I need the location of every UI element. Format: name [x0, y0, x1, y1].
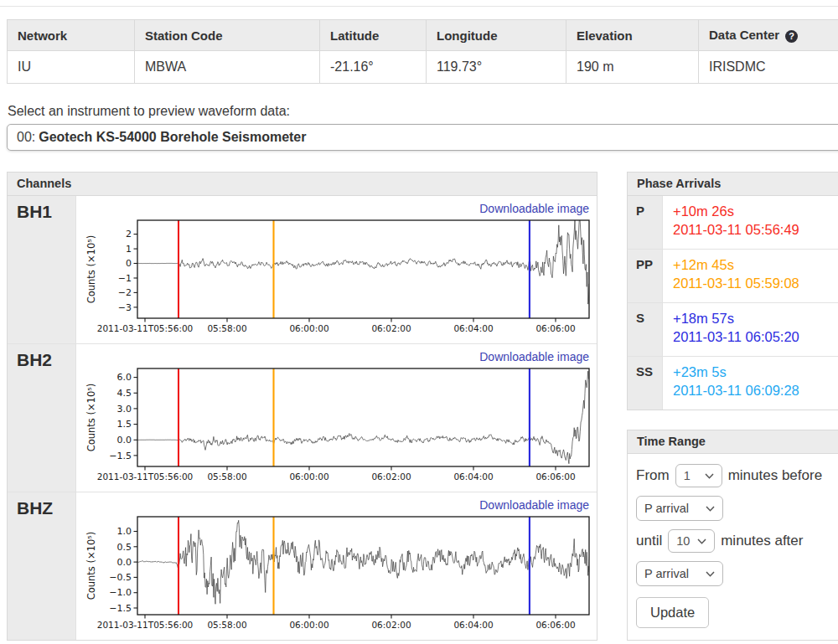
time-range-body: From 1 minutes before P arrival until 10… — [628, 454, 838, 640]
svg-text:06:00:00: 06:00:00 — [289, 471, 328, 482]
channel-row-BH1: BH1Downloadable image2011-03-11T05:56:00… — [8, 196, 597, 344]
phase-times: +10m 26s 2011-03-11 05:56:49 — [663, 196, 808, 249]
downloadable-image-link[interactable]: Downloadable image — [479, 202, 589, 215]
svg-text:−2: −2 — [118, 287, 132, 298]
station-table-row: IU MBWA -21.16° 119.73° 190 m IRISDMC — [8, 51, 838, 84]
cell-elevation: 190 m — [566, 51, 699, 84]
svg-text:06:06:00: 06:06:00 — [535, 471, 575, 482]
update-button[interactable]: Update — [636, 597, 709, 628]
svg-text:Counts (×10⁵): Counts (×10⁵) — [85, 235, 97, 304]
svg-text:3.0: 3.0 — [117, 404, 132, 415]
channel-plot-BH2: Downloadable image2011-03-11T05:56:0005:… — [76, 344, 597, 492]
phase-offset: +12m 45s — [673, 256, 799, 275]
channel-row-BHZ: BHZDownloadable image2011-03-11T05:56:00… — [8, 492, 597, 640]
from-row: From 1 minutes before — [636, 464, 838, 487]
svg-text:2011-03-11T05:56:00: 2011-03-11T05:56:00 — [97, 620, 194, 630]
before-phase-select[interactable]: P arrival — [636, 496, 723, 521]
phase-datetime: 2011-03-11 06:09:28 — [673, 382, 799, 400]
phase-datetime: 2011-03-11 05:59:08 — [673, 275, 799, 293]
station-info-table: Network Station Code Latitude Longitude … — [7, 19, 838, 84]
svg-text:1.0: 1.0 — [117, 526, 132, 537]
svg-text:−3: −3 — [118, 302, 132, 313]
phase-name: PP — [628, 250, 663, 302]
col-longitude: Longitude — [427, 20, 566, 51]
minutes-before-value: 1 — [684, 469, 691, 482]
chevron-down-icon — [706, 571, 715, 577]
instrument-select[interactable]: 00:Geotech KS-54000 Borehole Seismometer — [7, 124, 838, 151]
waveform-plot-BH2: 2011-03-11T05:56:0005:58:0006:00:0006:02… — [76, 366, 596, 492]
minutes-after-value: 10 — [676, 534, 690, 548]
phase-times: +12m 45s 2011-03-11 05:59:08 — [663, 250, 808, 302]
phase-offset: +23m 5s — [673, 363, 799, 382]
svg-text:1: 1 — [126, 244, 132, 255]
minutes-after-suffix: minutes after — [721, 533, 803, 549]
svg-text:06:00:00: 06:00:00 — [289, 323, 328, 333]
svg-text:05:58:00: 05:58:00 — [207, 471, 246, 482]
svg-text:2: 2 — [126, 229, 132, 240]
cell-latitude: -21.16° — [320, 51, 427, 84]
col-station-code: Station Code — [135, 20, 320, 51]
time-range-header: Time Range — [628, 430, 838, 454]
svg-text:06:00:00: 06:00:00 — [289, 620, 328, 630]
svg-text:06:02:00: 06:02:00 — [371, 323, 411, 333]
svg-text:06:04:00: 06:04:00 — [453, 471, 493, 482]
phase-times: +23m 5s 2011-03-11 06:09:28 — [663, 357, 808, 410]
channel-label-BH1: BH1 — [8, 196, 76, 343]
instrument-name: Geotech KS-54000 Borehole Seismometer — [39, 130, 306, 144]
svg-text:−1.5: −1.5 — [109, 451, 132, 461]
channels-panel: Channels BH1Downloadable image2011-03-11… — [7, 172, 597, 641]
svg-text:06:04:00: 06:04:00 — [453, 620, 493, 630]
top-divider — [0, 6, 838, 7]
phase-datetime: 2011-03-11 06:05:20 — [673, 328, 799, 347]
col-data-center-label: Data Center — [709, 28, 779, 42]
after-phase-value: P arrival — [644, 567, 689, 580]
minutes-before-select[interactable]: 1 — [675, 464, 722, 487]
svg-text:06:06:00: 06:06:00 — [535, 620, 575, 630]
phase-datetime: 2011-03-11 05:56:49 — [673, 221, 799, 240]
station-table-header-row: Network Station Code Latitude Longitude … — [8, 20, 838, 51]
svg-text:0: 0 — [126, 258, 132, 269]
chevron-down-icon — [705, 473, 714, 479]
downloadable-image-link[interactable]: Downloadable image — [479, 350, 589, 363]
svg-text:1.5: 1.5 — [117, 419, 132, 430]
from-label: From — [636, 467, 670, 484]
before-phase-value: P arrival — [644, 502, 689, 515]
svg-text:2011-03-11T05:56:00: 2011-03-11T05:56:00 — [97, 471, 194, 482]
until-row: until 10 minutes after — [636, 529, 838, 553]
svg-text:05:58:00: 05:58:00 — [207, 620, 246, 630]
svg-text:2011-03-11T05:56:00: 2011-03-11T05:56:00 — [97, 323, 194, 333]
minutes-after-select[interactable]: 10 — [668, 529, 715, 553]
before-phase-row: P arrival — [636, 496, 838, 521]
help-icon[interactable]: ? — [785, 30, 798, 43]
col-data-center: Data Center? — [699, 20, 838, 51]
svg-text:−1.5: −1.5 — [109, 603, 132, 614]
phase-arrivals-panel: Phase Arrivals P +10m 26s 2011-03-11 05:… — [627, 172, 838, 410]
minutes-before-suffix: minutes before — [728, 467, 822, 484]
phase-times: +18m 57s 2011-03-11 06:05:20 — [663, 303, 808, 356]
after-phase-select[interactable]: P arrival — [636, 561, 723, 586]
col-elevation: Elevation — [566, 20, 699, 51]
phase-arrivals-header: Phase Arrivals — [628, 173, 838, 196]
waveform-plot-BH1: 2011-03-11T05:56:0005:58:0006:00:0006:02… — [76, 218, 596, 343]
col-latitude: Latitude — [320, 20, 427, 51]
svg-text:06:02:00: 06:02:00 — [371, 471, 411, 482]
downloadable-image-link[interactable]: Downloadable image — [479, 498, 589, 512]
svg-text:Counts (×10⁵): Counts (×10⁵) — [85, 384, 97, 452]
phase-name: S — [628, 303, 663, 356]
phase-row-s: S +18m 57s 2011-03-11 06:05:20 — [628, 303, 838, 357]
phase-row-pp: PP +12m 45s 2011-03-11 05:59:08 — [628, 250, 838, 303]
col-network: Network — [8, 20, 135, 51]
channel-plot-BHZ: Downloadable image2011-03-11T05:56:0005:… — [76, 492, 597, 640]
channel-row-BH2: BH2Downloadable image2011-03-11T05:56:00… — [8, 344, 597, 492]
phase-row-p: P +10m 26s 2011-03-11 05:56:49 — [628, 196, 838, 250]
phase-offset: +10m 26s — [673, 203, 799, 221]
phase-name: SS — [628, 357, 663, 410]
cell-longitude: 119.73° — [427, 51, 566, 84]
svg-text:−0.5: −0.5 — [109, 572, 132, 583]
svg-text:0.0: 0.0 — [117, 435, 132, 446]
channel-label-BH2: BH2 — [8, 344, 76, 492]
cell-station-code: MBWA — [135, 51, 320, 84]
svg-text:−1: −1 — [118, 273, 132, 284]
svg-text:0.0: 0.0 — [117, 557, 132, 568]
svg-text:05:58:00: 05:58:00 — [207, 323, 246, 333]
